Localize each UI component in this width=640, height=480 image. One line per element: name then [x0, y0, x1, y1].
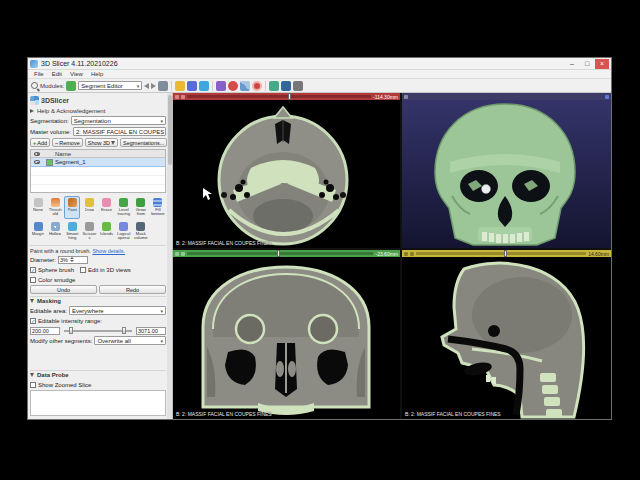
pin-icon[interactable] — [404, 95, 408, 99]
editable-area-combo[interactable]: Everywhere — [69, 306, 166, 315]
home-module-icon[interactable] — [158, 81, 168, 91]
module-selector-combo[interactable]: Segment Editor — [78, 81, 142, 90]
redo-button[interactable]: Redo — [99, 285, 166, 294]
segment-visibility-icon[interactable] — [31, 160, 43, 164]
zoomed-slice-checkbox[interactable] — [30, 382, 36, 388]
master-volume-combo[interactable]: 2: MASSIF FACIAL EN COUPES FINES — [73, 127, 166, 136]
edit-3d-label: Edit in 3D views — [88, 267, 131, 273]
markups-icon[interactable] — [228, 81, 238, 91]
pin-icon[interactable] — [404, 252, 408, 256]
empty-row — [31, 167, 165, 176]
sagittal-viewport[interactable]: 14.60mm B: 2: MASSIF FACIAL EN CO — [402, 250, 611, 419]
menu-file[interactable]: File — [31, 71, 47, 77]
menu-view[interactable]: View — [67, 71, 86, 77]
effect-hollow-icon — [51, 222, 60, 231]
effect-fill-between-slices[interactable]: Fill between slices — [150, 196, 166, 219]
effect-threshold[interactable]: Threshold — [47, 196, 63, 219]
layout-selector-icon[interactable] — [240, 81, 250, 91]
spin-arrows-icon[interactable] — [70, 257, 74, 262]
data-probe-section: Data Probe Show Zoomed Slice — [30, 369, 166, 418]
effect-logical-operators[interactable]: Logical operators — [116, 220, 132, 243]
segmentation-combo[interactable]: Segmentation — [71, 116, 166, 125]
effect-level-tracing[interactable]: Level tracing — [116, 196, 132, 219]
effect-grow-from-seeds[interactable]: Grow from seeds — [133, 196, 149, 219]
effect-mask-volume[interactable]: Mask volume — [133, 220, 149, 243]
effect-islands[interactable]: Islands — [99, 220, 115, 243]
python-console-icon[interactable] — [281, 81, 291, 91]
close-button[interactable]: × — [595, 59, 609, 69]
show-details-link[interactable]: Show details. — [92, 248, 125, 254]
module-search-icon[interactable] — [31, 82, 38, 89]
menu-edit[interactable]: Edit — [49, 71, 65, 77]
eye-icon[interactable] — [181, 252, 185, 256]
data-probe-title: Data Probe — [37, 372, 69, 378]
master-volume-value: 2: MASSIF FACIAL EN COUPES FINES — [76, 129, 166, 135]
axial-slice-slider[interactable] — [187, 95, 371, 98]
intensity-min-spinbox[interactable]: 200.00 — [30, 327, 60, 335]
intensity-range-checkbox[interactable] — [30, 318, 36, 324]
coronal-slice-image — [173, 257, 400, 419]
load-data-icon[interactable] — [175, 81, 185, 91]
help-collapsible[interactable]: Help & Acknowledgement — [30, 106, 166, 115]
effect-smoothing[interactable]: Smoothing — [64, 220, 80, 243]
dicom-icon[interactable] — [199, 81, 209, 91]
segment-row[interactable]: Segment_1 — [31, 158, 165, 167]
effect-margin[interactable]: Margin — [30, 220, 46, 243]
pin-icon[interactable] — [175, 95, 179, 99]
effect-paint[interactable]: Paint — [64, 196, 80, 219]
sagittal-slice-slider[interactable] — [416, 252, 586, 255]
effect-scissors[interactable]: Scissors — [81, 220, 97, 243]
color-smudge-checkbox[interactable] — [30, 277, 36, 283]
remove-label: Remove — [59, 140, 79, 146]
effect-draw[interactable]: Draw — [81, 196, 97, 219]
masking-collapsible[interactable]: Masking — [30, 296, 166, 305]
menu-help[interactable]: Help — [88, 71, 106, 77]
effect-fill-between-slices-icon — [153, 198, 162, 207]
edit-3d-checkbox[interactable] — [80, 267, 86, 273]
maximize-button[interactable]: □ — [580, 59, 594, 69]
undo-button[interactable]: Undo — [30, 285, 97, 294]
eye-icon[interactable] — [410, 252, 414, 256]
diameter-spinbox[interactable]: 3% — [58, 256, 88, 264]
show-3d-button[interactable]: Show 3D — [85, 138, 118, 147]
modules-label: Modules: — [40, 83, 64, 89]
intensity-range-slider[interactable] — [64, 330, 132, 332]
effect-erase[interactable]: Erase — [99, 196, 115, 219]
show-3d-label: Show 3D — [88, 140, 110, 146]
segment-table: Name Segment_1 — [30, 149, 166, 193]
modify-segments-combo[interactable]: Overwrite all — [94, 336, 166, 345]
minimize-button[interactable]: – — [565, 59, 579, 69]
three-d-viewport[interactable] — [402, 93, 611, 248]
segment-color-swatch[interactable] — [43, 159, 55, 166]
panel-scrollbar[interactable] — [167, 93, 172, 419]
axial-viewport[interactable]: -114.30mm — [173, 93, 400, 248]
module-history-back-icon[interactable] — [144, 83, 149, 89]
add-segment-button[interactable]: +Add — [30, 138, 50, 147]
module-history-forward-icon[interactable] — [151, 83, 156, 89]
sagittal-volume-label: B: 2: MASSIF FACIAL EN COUPES FINES — [405, 411, 501, 417]
volume-rendering-icon[interactable] — [216, 81, 226, 91]
coronal-volume-label: B: 2: MASSIF FACIAL EN COUPES FINES — [176, 411, 272, 417]
crosshair-icon[interactable] — [252, 81, 262, 91]
eye-icon[interactable] — [181, 95, 185, 99]
effect-none[interactable]: None — [30, 196, 46, 219]
intensity-max-spinbox[interactable]: 3071.00 — [136, 327, 166, 335]
pin-icon[interactable] — [175, 252, 179, 256]
save-scene-icon[interactable] — [187, 81, 197, 91]
segmentation-value: Segmentation — [74, 118, 111, 124]
segmentations-button[interactable]: Segmentations... — [120, 138, 167, 147]
view-controller-icon[interactable] — [605, 95, 609, 99]
effect-none-icon — [34, 198, 43, 207]
masking-section: Masking Editable area: Everywhere Editab… — [30, 295, 166, 346]
screenshot-icon[interactable] — [293, 81, 303, 91]
data-probe-collapsible[interactable]: Data Probe — [30, 370, 166, 379]
effect-hollow[interactable]: Hollow — [47, 220, 63, 243]
dropdown-arrow-icon — [111, 141, 115, 145]
sagittal-slice-bar: 14.60mm — [402, 250, 611, 257]
sphere-brush-checkbox[interactable] — [30, 267, 36, 273]
extensions-manager-icon[interactable] — [269, 81, 279, 91]
app-icon — [30, 60, 38, 68]
coronal-viewport[interactable]: -23.60mm — [173, 250, 400, 419]
coronal-slice-slider[interactable] — [187, 252, 373, 255]
remove-segment-button[interactable]: −Remove — [52, 138, 83, 147]
